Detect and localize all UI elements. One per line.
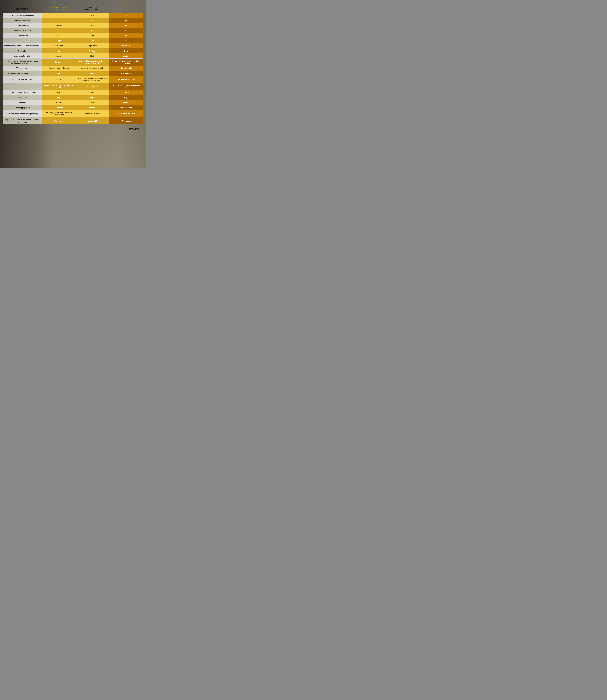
ip-value-cell: Yes — [42, 28, 76, 33]
feature-cell: Error handling — [3, 33, 42, 38]
feature-cell: Dashboard availability — [3, 28, 42, 33]
table-row: Data transformationYesYesNo — [3, 18, 143, 23]
table-row: Maintenance (Scheduled upgrades from NS)… — [3, 43, 143, 48]
table-row: Dashboard availabilityYesNoYes — [3, 28, 143, 33]
ip-value-cell: Low risk — [42, 59, 76, 66]
brand: tvarana » — [129, 127, 142, 131]
ci-value-cell: Yes — [76, 33, 109, 38]
table-row: Drag-and-drop developmentYesNoYes — [3, 13, 143, 18]
feature-cell: Version control — [3, 66, 42, 71]
ci-value-cell: High — [76, 53, 109, 59]
table-row: Implemention on Cloud/ On-premBothCloudC… — [3, 90, 143, 95]
ci-value-cell: Yes to all 3 — [76, 117, 109, 125]
table-row: Risk / Recovery of integrations in case … — [3, 59, 143, 66]
csv-value-cell: Only batch — [109, 117, 143, 125]
feature-cell: Automated retry mechanism (timeout ) — [3, 110, 42, 117]
table-row: Version controlAvailable out of the boxN… — [3, 66, 143, 71]
ip-value-cell: High — [42, 48, 76, 53]
csv-value-cell: Yes — [109, 13, 143, 18]
ip-value-cell: Low — [42, 53, 76, 59]
ci-value-cell: No — [76, 28, 109, 33]
ci-value-cell: Available — [76, 105, 109, 110]
csv-value-cell: Dev cost, but comparitively very low — [109, 83, 143, 90]
feature-cell: Data transformation — [3, 18, 42, 23]
feature-cell: Availability — [3, 95, 42, 100]
csv-value-cell: Cloud — [109, 90, 143, 95]
feature-cell: Maintenance (Scheduled upgrades from NS) — [3, 43, 42, 48]
ci-value-cell: No — [76, 13, 109, 18]
csv-value-cell: High risk. Integration needs to be recre… — [109, 59, 143, 66]
feature-cell: Scalability — [3, 48, 42, 53]
csv-value-cell: Not available — [109, 105, 143, 110]
feature-cell: Custom scripting — [3, 23, 42, 28]
table-row: Custom scriptingPartialYesNo — [3, 23, 143, 28]
feature-cell: Implemention on Cloud/ On-prem — [3, 90, 42, 95]
table-header-row: FEATURE INTEGRATIONPLATFORM CUSTOMINTEGR… — [3, 4, 143, 13]
header-integration-platform: INTEGRATIONPLATFORM — [42, 4, 76, 13]
csv-value-cell: 25K records or 50 MB — [109, 76, 143, 83]
header-custom-integration: CUSTOMINTEGRATION — [76, 4, 109, 13]
ci-value-cell: Needs to be done manually — [76, 66, 109, 71]
feature-cell: ROI — [3, 38, 42, 43]
page-container: FEATURE INTEGRATIONPLATFORM CUSTOMINTEGR… — [0, 0, 146, 136]
csv-value-cell: No — [109, 18, 143, 23]
ci-value-cell: Cloud — [76, 90, 109, 95]
feature-cell: Risk / Recovery of integrations in case … — [3, 59, 42, 66]
ip-value-cell: Both — [42, 90, 76, 95]
header-feature: FEATURE — [3, 4, 42, 13]
brand-name: tvarana — [129, 127, 139, 130]
feature-cell: Cost — [3, 83, 42, 90]
table-body: Drag-and-drop developmentYesNoYesData tr… — [3, 13, 143, 125]
footer: tvarana » — [3, 125, 143, 132]
comparison-table: FEATURE INTEGRATIONPLATFORM CUSTOMINTEGR… — [3, 4, 143, 125]
ci-value-cell: Medium — [76, 48, 109, 53]
ip-value-cell: Yes — [42, 13, 76, 18]
ip-value-cell: Available out of the box — [42, 66, 76, 71]
feature-cell: Drag-and-drop development — [3, 13, 42, 18]
ip-value-cell: Both — [42, 71, 76, 76]
table-row: ScalabilityHighMediumLow — [3, 48, 143, 53]
ip-value-cell: Partial — [42, 23, 76, 28]
table-row: CostAnnual subscription cost, plus dev c… — [3, 83, 143, 90]
csv-value-cell: Low — [109, 48, 143, 53]
table-row: Data logging/AuditAvailableAvailableNot … — [3, 105, 143, 110]
ip-value-cell: Yes — [42, 18, 76, 23]
feature-cell: Security — [3, 100, 42, 105]
table-row: ROIHighLowN/A — [3, 38, 143, 43]
ip-value-cell: Available — [42, 105, 76, 110]
csv-value-cell: CSVs don't time out — [109, 110, 143, 117]
ci-value-cell: Secure — [76, 100, 109, 105]
ip-value-cell: High — [42, 95, 76, 100]
csv-value-cell: Only manual — [109, 71, 143, 76]
csv-value-cell: Not available — [109, 66, 143, 71]
table-row: Execution (Manual and Scheduled)BothBoth… — [3, 71, 143, 76]
csv-value-cell: Yes — [109, 28, 143, 33]
ip-value-cell: Low effort — [42, 43, 76, 48]
csv-value-cell: No — [109, 33, 143, 38]
ip-value-cell: None — [42, 76, 76, 83]
table-row: SecuritySecureSecureSecure — [3, 100, 143, 105]
ip-value-cell: Secure — [42, 100, 76, 105]
csv-value-cell: Medium — [109, 53, 143, 59]
ci-value-cell: High effort — [76, 43, 109, 48]
ci-value-cell: Both — [76, 71, 109, 76]
header-csv-imports: CSVIMPORTS — [109, 4, 143, 13]
table-row: Input File Size restrictionNoneNo limit … — [3, 76, 143, 83]
ip-value-cell: High — [42, 38, 76, 43]
feature-cell: Data logging/Audit — [3, 105, 42, 110]
ci-value-cell: Low — [76, 38, 109, 43]
ip-value-cell: Annual subscription cost, plus dev cost — [42, 83, 76, 90]
table-row: Error handlingYesYesNo — [3, 33, 143, 38]
ip-value-cell: Yes to all 3 — [42, 117, 76, 125]
feature-cell: Supports real-time, event-based and batc… — [3, 117, 42, 125]
feature-cell: Input File Size restriction — [3, 76, 42, 83]
ci-value-cell: High risk. Code needs to be backed-up ou… — [76, 59, 109, 66]
table-row: AvailabilityHighHighHigh — [3, 95, 143, 100]
ci-value-cell: Both not available — [76, 110, 109, 117]
csv-value-cell: No — [109, 23, 143, 28]
table-row: Automated retry mechanism (timeout )Auto… — [3, 110, 143, 117]
ci-value-cell: Yes — [76, 18, 109, 23]
ip-value-cell: Auto retry can be setup for failure and … — [42, 110, 76, 117]
ip-value-cell: Yes — [42, 33, 76, 38]
csv-value-cell: High — [109, 95, 143, 100]
